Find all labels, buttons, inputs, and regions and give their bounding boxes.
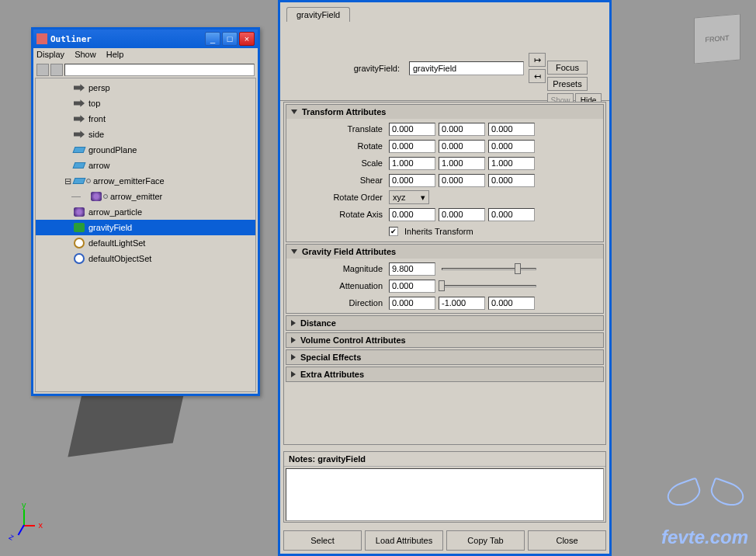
tree-item-label: arrow_emitterFace	[93, 176, 165, 186]
rotate-input[interactable]	[439, 140, 485, 153]
magnitude-input[interactable]	[389, 262, 435, 276]
outliner-tree[interactable]: persptopfrontsidegroundPlanearrow⊟arrow_…	[35, 78, 256, 392]
toolbar-icon-1[interactable]	[36, 64, 49, 76]
tree-item-groundplane[interactable]: groundPlane	[36, 142, 255, 158]
tree-item-arrow_particle[interactable]: arrow_particle	[36, 204, 255, 220]
close-attr-button[interactable]: Close	[528, 530, 606, 551]
notes-header[interactable]: Notes: gravityField	[284, 452, 605, 467]
menu-show[interactable]: Show	[75, 50, 96, 59]
outliner-window: Outliner _ □ × Display Show Help perspto…	[31, 27, 260, 396]
axis-gizmo	[12, 509, 43, 540]
setb-icon	[73, 253, 85, 264]
disclosure-closed-icon	[291, 354, 296, 360]
attr-body[interactable]: Transform Attributes TranslateRotateScal…	[283, 102, 606, 445]
section-header[interactable]: Extra Attributes	[286, 367, 603, 381]
presets-button[interactable]: Presets	[547, 77, 588, 91]
direction-x-input[interactable]	[389, 297, 435, 310]
minimize-button[interactable]: _	[205, 32, 220, 46]
shear-input[interactable]	[389, 174, 435, 187]
menu-display[interactable]: Display	[36, 50, 64, 59]
notes-textarea[interactable]	[286, 468, 604, 521]
rotate-axis-input[interactable]	[488, 208, 535, 221]
scale-input[interactable]	[439, 157, 485, 170]
outliner-filter-input[interactable]	[64, 64, 255, 76]
view-cube[interactable]: FRONT	[694, 13, 740, 64]
prim-icon	[73, 144, 85, 155]
tree-item-top[interactable]: top	[36, 96, 255, 111]
direction-z-input[interactable]	[488, 297, 535, 310]
attenuation-label: Attenuation	[291, 281, 386, 290]
tree-item-arrow[interactable]: arrow	[36, 158, 255, 173]
translate-input[interactable]	[389, 123, 435, 136]
tree-item-label: defaultLightSet	[88, 238, 145, 248]
rotate-order-label: Rotate Order	[291, 193, 386, 202]
tab-gravityfield[interactable]: gravityField	[286, 7, 350, 22]
tree-item-persp[interactable]: persp	[36, 80, 255, 96]
scale-input[interactable]	[389, 157, 435, 170]
node-name-label: gravityField:	[294, 64, 404, 73]
wings-icon	[667, 482, 744, 521]
copy-tab-button[interactable]: Copy Tab	[446, 530, 525, 551]
attr-label: Rotate	[291, 141, 386, 151]
disclosure-open-icon	[291, 109, 297, 114]
tree-item-defaultlightset[interactable]: defaultLightSet	[36, 235, 255, 251]
tree-item-label: arrow	[88, 161, 110, 170]
particle-icon	[73, 207, 85, 217]
section-transform-header[interactable]: Transform Attributes	[286, 105, 603, 119]
toolbar-icon-2[interactable]	[50, 64, 63, 76]
menu-help[interactable]: Help	[106, 50, 124, 59]
prim-icon	[73, 160, 85, 171]
rotate-input[interactable]	[389, 140, 435, 153]
tree-item-front[interactable]: front	[36, 111, 255, 127]
magnitude-label: Magnitude	[291, 264, 386, 273]
tree-item-label: persp	[88, 83, 110, 92]
section-header[interactable]: Volume Control Attributes	[286, 333, 603, 347]
tree-item-arrow_emitter[interactable]: arrow_emitter	[36, 189, 255, 204]
watermark: fevte.com	[661, 526, 748, 548]
magnitude-slider[interactable]	[439, 262, 539, 275]
rotate-input[interactable]	[488, 140, 535, 153]
disclosure-open-icon	[291, 249, 297, 254]
section-gravity-header[interactable]: Gravity Field Attributes	[286, 245, 603, 259]
focus-button[interactable]: Focus	[547, 61, 588, 75]
attenuation-input[interactable]	[389, 280, 435, 293]
select-button[interactable]: Select	[283, 530, 362, 551]
scale-input[interactable]	[488, 157, 535, 170]
tree-item-label: top	[88, 99, 100, 108]
inherits-checkbox[interactable]: ✔	[389, 227, 398, 236]
rotate-axis-input[interactable]	[439, 208, 485, 221]
expand-icon[interactable]: ⊟	[64, 176, 71, 186]
section-header[interactable]: Distance	[286, 316, 603, 330]
attr-label: Translate	[291, 124, 386, 134]
tree-item-label: arrow_emitter	[110, 192, 162, 201]
go-out-icon[interactable]: ↤	[529, 69, 546, 83]
tree-item-gravityfield[interactable]: gravityField	[36, 220, 255, 235]
shear-input[interactable]	[439, 174, 485, 187]
go-in-icon[interactable]: ↦	[529, 53, 546, 67]
direction-y-input[interactable]	[439, 297, 485, 310]
connection-icon	[103, 194, 108, 199]
cam-icon	[73, 82, 85, 93]
rotate-order-select[interactable]: xyz▾	[389, 190, 429, 204]
section-header[interactable]: Special Effects	[286, 350, 603, 364]
section-special-effects: Special Effects	[286, 349, 604, 365]
direction-label: Direction	[291, 298, 386, 308]
rotate-axis-input[interactable]	[389, 208, 435, 221]
inherits-label: Inherits Transform	[404, 227, 473, 236]
disclosure-closed-icon	[291, 371, 296, 377]
attr-label: Scale	[291, 158, 386, 168]
translate-input[interactable]	[488, 123, 535, 136]
outliner-titlebar[interactable]: Outliner _ □ ×	[33, 30, 258, 48]
tree-item-side[interactable]: side	[36, 127, 255, 142]
maximize-button[interactable]: □	[222, 32, 238, 46]
load-attributes-button[interactable]: Load Attributes	[365, 530, 443, 551]
node-name-input[interactable]	[409, 61, 524, 75]
tree-item-label: gravityField	[88, 223, 132, 232]
shear-input[interactable]	[488, 174, 535, 187]
tree-item-arrow_emitterface[interactable]: ⊟arrow_emitterFace	[36, 173, 255, 189]
translate-input[interactable]	[439, 123, 485, 136]
tree-item-defaultobjectset[interactable]: defaultObjectSet	[36, 251, 255, 266]
attenuation-slider[interactable]	[439, 280, 539, 292]
cam-icon	[73, 113, 85, 124]
close-button[interactable]: ×	[239, 32, 255, 46]
